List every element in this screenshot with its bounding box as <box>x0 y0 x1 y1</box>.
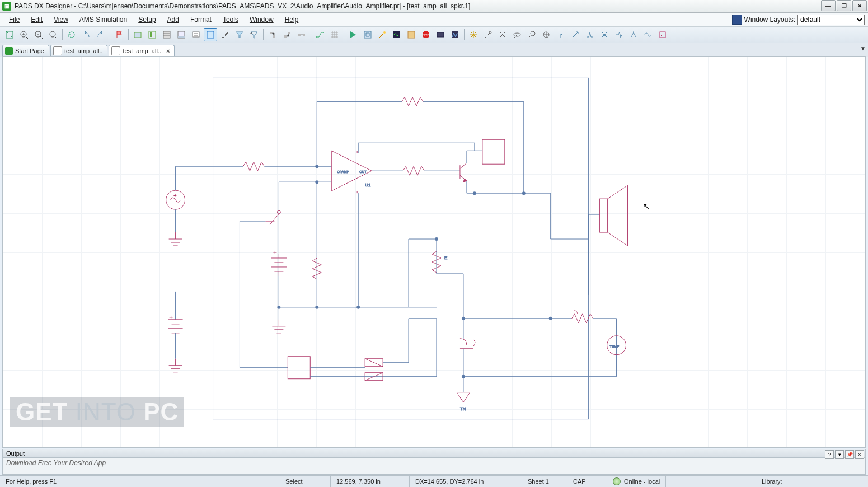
sim-config-icon[interactable] <box>361 28 374 41</box>
probe1-icon[interactable] <box>481 28 495 41</box>
svg-rect-49 <box>600 199 608 232</box>
redo-icon[interactable] <box>94 28 107 41</box>
svg-rect-14 <box>273 35 275 38</box>
refresh-icon[interactable] <box>65 28 78 41</box>
svg-rect-6 <box>150 32 152 37</box>
sim-run-icon[interactable] <box>346 28 360 41</box>
svg-rect-24 <box>408 31 415 38</box>
svg-rect-11 <box>207 31 214 38</box>
marker2-icon[interactable] <box>569 28 582 41</box>
status-coordinates: 12.569, 7.350 in <box>331 476 410 487</box>
tab-start-page[interactable]: Start Page <box>2 45 49 57</box>
document-icon <box>111 46 120 55</box>
tab-test-amp-active[interactable]: test_amp_all... × <box>109 45 175 57</box>
output-pin-button[interactable]: 📌 <box>845 450 854 459</box>
start-page-icon <box>5 47 13 55</box>
flag-icon[interactable] <box>112 28 126 41</box>
svg-rect-15 <box>284 35 287 38</box>
svg-rect-35 <box>213 78 589 419</box>
marker1-icon[interactable] <box>554 28 567 41</box>
probe5-icon[interactable] <box>539 28 553 41</box>
menu-ams-simulation[interactable]: AMS Simulation <box>74 15 133 25</box>
online-indicator-icon <box>613 477 621 485</box>
sim-stop-icon[interactable]: STOP <box>419 28 433 41</box>
svg-text:+: + <box>174 193 177 198</box>
minimize-button[interactable]: — <box>821 0 836 11</box>
svg-text:OPAMP: OPAMP <box>337 170 349 174</box>
marker4-icon[interactable] <box>598 28 611 41</box>
svg-text:TEMP: TEMP <box>610 345 620 348</box>
tab-test-amp-1[interactable]: test_amp_all.. <box>50 45 107 57</box>
selection-filter-icon[interactable] <box>204 28 217 41</box>
sim-wave-icon[interactable] <box>390 28 403 41</box>
hier-side-icon[interactable] <box>295 28 308 41</box>
menu-setup[interactable]: Setup <box>133 15 161 25</box>
svg-rect-40 <box>482 139 505 164</box>
probe4-icon[interactable] <box>525 28 538 41</box>
zoom-out-icon[interactable] <box>32 28 45 41</box>
svg-rect-28 <box>452 31 458 38</box>
layouts-icon <box>732 15 742 25</box>
output-close-button[interactable]: × <box>855 450 864 459</box>
marker8-icon[interactable] <box>656 28 669 41</box>
layouts-select[interactable]: default <box>797 15 865 25</box>
svg-rect-27 <box>437 32 444 37</box>
svg-point-3 <box>50 31 55 37</box>
route-icon[interactable] <box>313 28 327 41</box>
properties-icon[interactable] <box>160 28 173 41</box>
menu-format[interactable]: Format <box>185 15 217 25</box>
menu-file[interactable]: File <box>3 15 25 25</box>
sparkle-icon[interactable] <box>467 28 480 41</box>
svg-rect-17 <box>298 34 301 36</box>
tab-close-button[interactable]: × <box>166 48 170 54</box>
zoom-area-icon[interactable] <box>46 28 60 41</box>
navigator-icon[interactable] <box>146 28 159 41</box>
sim-scope-icon[interactable] <box>448 28 462 41</box>
menu-add[interactable]: Add <box>162 15 185 25</box>
menu-edit[interactable]: Edit <box>25 15 48 25</box>
probe3-icon[interactable] <box>510 28 524 41</box>
zoom-in-icon[interactable] <box>17 28 31 41</box>
messages-icon[interactable] <box>189 28 203 41</box>
grid-icon[interactable] <box>328 28 341 41</box>
menu-window[interactable]: Window <box>244 15 279 25</box>
output-panel: Output ? ▾ 📌 × Download Free Your Desire… <box>2 449 866 475</box>
probe2-icon[interactable] <box>496 28 509 41</box>
output-dropdown-button[interactable]: ▾ <box>835 450 844 459</box>
tab-label: test_amp_all.. <box>64 48 102 54</box>
svg-rect-18 <box>303 34 305 36</box>
menu-tools[interactable]: Tools <box>217 15 244 25</box>
filter-icon[interactable] <box>233 28 246 41</box>
hier-up-icon[interactable] <box>266 28 279 41</box>
close-button[interactable]: ✕ <box>852 0 867 11</box>
tabs-dropdown-icon[interactable]: ▼ <box>860 45 866 51</box>
project-icon[interactable] <box>131 28 144 41</box>
text-filter-icon[interactable]: A <box>247 28 261 41</box>
menu-view[interactable]: View <box>48 15 74 25</box>
menu-help[interactable]: Help <box>279 15 304 25</box>
svg-point-31 <box>531 31 535 36</box>
fit-icon[interactable] <box>3 28 16 41</box>
output-panel-icon[interactable] <box>175 28 188 41</box>
svg-rect-10 <box>193 32 199 37</box>
sim-settings-icon[interactable] <box>405 28 418 41</box>
svg-point-19 <box>316 36 317 38</box>
document-tabs: Start Page test_amp_all.. test_amp_all..… <box>0 43 868 57</box>
marker6-icon[interactable] <box>627 28 640 41</box>
hier-down-icon[interactable] <box>280 28 294 41</box>
maximize-button[interactable]: ❐ <box>837 0 851 11</box>
sim-model-icon[interactable] <box>434 28 447 41</box>
marker7-icon[interactable] <box>641 28 655 41</box>
tab-label: Start Page <box>15 48 44 54</box>
svg-point-22 <box>383 31 386 34</box>
marker5-icon[interactable] <box>612 28 626 41</box>
document-icon <box>53 46 62 55</box>
marker3-icon[interactable] <box>583 28 597 41</box>
schematic-canvas[interactable]: OPAMP OUT U1 <box>2 56 866 448</box>
svg-rect-23 <box>393 31 400 38</box>
undo-icon[interactable] <box>79 28 93 41</box>
sim-probe-icon[interactable] <box>376 28 389 41</box>
edit-mode-icon[interactable] <box>218 28 232 41</box>
output-body: Download Free Your Desired App <box>3 458 865 468</box>
output-help-button[interactable]: ? <box>825 450 834 459</box>
